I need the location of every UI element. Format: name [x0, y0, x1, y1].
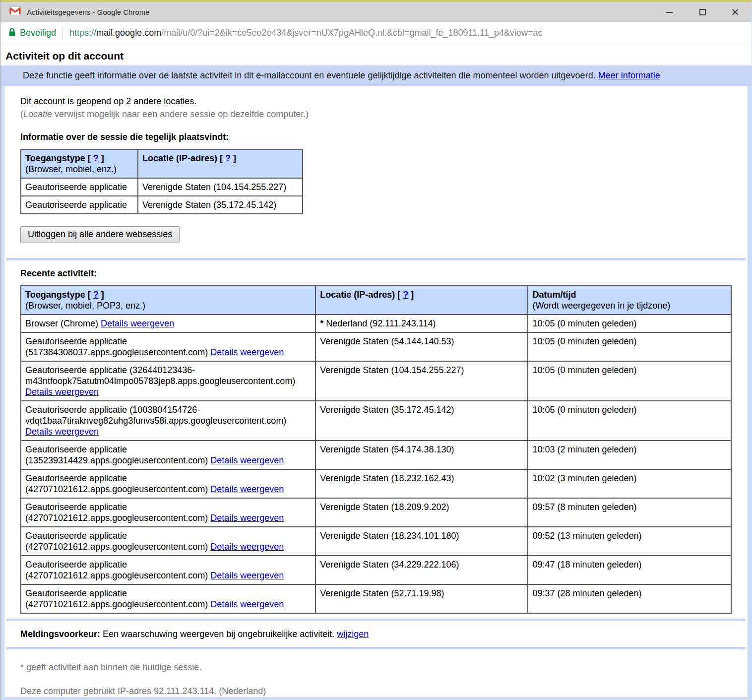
activity-access-type-cell: Geautoriseerde applicatie (135239314429.…	[21, 441, 315, 469]
activity-table-row: Geautoriseerde applicatie (427071021612.…	[21, 498, 731, 527]
section-divider	[6, 647, 746, 649]
close-button[interactable]: ✕	[719, 2, 752, 22]
activity-table-row: Geautoriseerde applicatie (517384308037.…	[21, 332, 731, 361]
col-header-access-type: Toegangstype [ ? ] (Browser, mobiel, enz…	[21, 149, 138, 178]
session-asterisk-note: * geeft activiteit aan binnen de huidige…	[20, 661, 732, 673]
activity-datetime-cell: 10:05 (0 minuten geleden)	[528, 401, 731, 441]
details-link[interactable]: Details weergeven	[210, 599, 284, 609]
change-preference-link[interactable]: wijzigen	[337, 629, 369, 639]
url-host: mail.google.com	[96, 28, 161, 38]
url-scheme: https://	[69, 28, 96, 38]
activity-table-row: Geautoriseerde applicatie (427071021612.…	[21, 584, 731, 613]
session-access-type-cell: Geautoriseerde applicatie	[21, 196, 138, 214]
activity-table-row: Geautoriseerde applicatie (427071021612.…	[21, 469, 731, 498]
activity-access-type-cell: Geautoriseerde applicatie (427071021612.…	[21, 469, 315, 498]
activity-location-cell: Verenigde Staten (54.174.38.130)	[315, 441, 528, 469]
activity-location-cell: Verenigde Staten (18.232.162.43)	[315, 469, 528, 498]
padlock-icon	[8, 27, 16, 39]
details-link[interactable]: Details weergeven	[210, 455, 284, 465]
minimize-button[interactable]	[653, 2, 686, 22]
activity-access-type-cell: Browser (Chrome) Details weergeven	[21, 315, 315, 332]
activity-table-row: Geautoriseerde applicatie (1003804154726…	[21, 401, 731, 441]
address-bar-separator	[63, 27, 63, 39]
activity-datetime-cell: 10:05 (0 minuten geleden)	[528, 332, 731, 361]
content-frame: Dit account is geopend op 2 andere locat…	[0, 86, 752, 700]
activity-access-type-cell: Geautoriseerde applicatie (1003804154726…	[21, 401, 315, 441]
activity-datetime-cell: 09:37 (28 minuten geleden)	[528, 584, 731, 613]
current-session-asterisk: *	[320, 318, 326, 328]
alert-preference: Meldingsvoorkeur: Een waarschuwing weerg…	[20, 628, 732, 640]
activity-access-type-cell: Geautoriseerde applicatie (517384308037.…	[21, 332, 315, 361]
activity-table-row: Geautoriseerde applicatie (427071021612.…	[21, 556, 731, 584]
activity-access-type-cell: Geautoriseerde applicatie (427071021612.…	[21, 584, 315, 613]
details-link[interactable]: Details weergeven	[210, 347, 284, 357]
help-link-access-type[interactable]: ?	[93, 290, 99, 300]
activity-access-type-cell: Geautoriseerde applicatie (427071021612.…	[21, 498, 315, 527]
concurrent-session-heading: Informatie over de sessie die tegelijk p…	[20, 132, 732, 142]
session-table-row: Geautoriseerde applicatie Verenigde Stat…	[21, 178, 303, 196]
activity-datetime-cell: 09:52 (13 minuten geleden)	[528, 527, 731, 556]
maximize-button[interactable]	[686, 2, 719, 22]
table-header-row: Toegangstype [ ? ] (Browser, mobiel, POP…	[21, 286, 731, 315]
help-link-access-type[interactable]: ?	[93, 153, 99, 163]
section-divider	[6, 619, 746, 621]
window-title: Activiteitsgegevens - Google Chrome	[27, 8, 150, 16]
activity-datetime-cell: 09:57 (8 minuten geleden)	[528, 498, 731, 527]
activity-location-cell: Verenigde Staten (18.234.101.180)	[315, 527, 528, 556]
activity-table-row: Geautoriseerde applicatie (427071021612.…	[21, 527, 731, 556]
activity-location-cell: * Nederland (92.111.243.114)	[315, 315, 528, 332]
help-link-location[interactable]: ?	[225, 153, 231, 163]
address-bar: Beveiligd https://mail.google.com/mail/u…	[0, 22, 752, 44]
details-link[interactable]: Details weergeven	[25, 427, 99, 437]
details-link[interactable]: Details weergeven	[210, 513, 284, 523]
activity-location-cell: Verenigde Staten (18.209.9.202)	[315, 498, 528, 527]
details-link[interactable]: Details weergeven	[210, 542, 284, 552]
activity-location-cell: Verenigde Staten (54.144.140.53)	[315, 332, 528, 361]
activity-table-row: Browser (Chrome) Details weergeven * Ned…	[21, 315, 731, 332]
activity-datetime-cell: 10:02 (3 minuten geleden)	[528, 469, 731, 498]
recent-activity-heading: Recente activiteit:	[20, 268, 732, 279]
url-path: /mail/u/0/?ui=2&ik=ce5ee2e434&jsver=nUX7…	[161, 28, 542, 38]
info-bar-text: Deze functie geeft informatie over de la…	[23, 70, 596, 80]
window-titlebar: Activiteitsgegevens - Google Chrome ✕	[0, 0, 752, 22]
info-bar: Deze functie geeft informatie over de la…	[0, 65, 752, 86]
session-access-type-cell: Geautoriseerde applicatie	[21, 178, 138, 196]
activity-location-cell: Verenigde Staten (52.71.19.98)	[315, 584, 528, 613]
activity-location-cell: Verenigde Staten (34.229.222.106)	[315, 556, 528, 584]
url-field[interactable]: https://mail.google.com/mail/u/0/?ui=2&i…	[69, 28, 542, 38]
session-location-cell: Verenigde Staten (35.172.45.142)	[138, 196, 303, 214]
gmail-envelope-icon	[9, 6, 21, 18]
concurrent-session-table: Toegangstype [ ? ] (Browser, mobiel, enz…	[20, 149, 303, 214]
activity-access-type-cell: Geautoriseerde applicatie (427071021612.…	[21, 556, 315, 584]
section-divider	[6, 258, 746, 260]
account-open-summary: Dit account is geopend op 2 andere locat…	[20, 95, 732, 107]
col-header-location: Locatie (IP-adres) [ ? ]	[138, 149, 303, 178]
activity-access-type-cell: Geautoriseerde applicatie (427071021612.…	[21, 527, 315, 556]
content-area: Dit account is geopend op 2 andere locat…	[4, 86, 748, 697]
col-header-datetime: Datum/tijd (Wordt weergegeven in je tijd…	[528, 286, 731, 315]
close-icon: ✕	[731, 7, 740, 17]
location-word: Locatie	[23, 109, 52, 119]
session-location-cell: Verenigde Staten (104.154.255.227)	[138, 178, 303, 196]
activity-access-type-cell: Geautoriseerde applicatie (326440123436-…	[21, 361, 315, 401]
details-link[interactable]: Details weergeven	[25, 387, 99, 397]
details-link[interactable]: Details weergeven	[210, 571, 284, 580]
security-label: Beveiligd	[20, 28, 56, 38]
activity-table-row: Geautoriseerde applicatie (135239314429.…	[21, 441, 731, 469]
activity-datetime-cell: 09:47 (18 minuten geleden)	[528, 556, 731, 584]
maximize-icon	[699, 9, 706, 15]
help-link-location[interactable]: ?	[403, 290, 408, 300]
activity-datetime-cell: 10:03 (2 minuten geleden)	[528, 441, 731, 469]
browser-window: Activiteitsgegevens - Google Chrome ✕ Be…	[0, 0, 752, 700]
table-header-row: Toegangstype [ ? ] (Browser, mobiel, enz…	[21, 149, 303, 178]
details-link[interactable]: Details weergeven	[101, 318, 174, 328]
session-table-row: Geautoriseerde applicatie Verenigde Stat…	[21, 196, 303, 214]
more-info-link[interactable]: Meer informatie	[598, 70, 660, 80]
minimize-icon	[666, 12, 673, 13]
details-link[interactable]: Details weergeven	[210, 484, 284, 494]
activity-table-row: Geautoriseerde applicatie (326440123436-…	[21, 361, 731, 401]
activity-location-cell: Verenigde Staten (104.154.255.227)	[315, 361, 528, 401]
col-header-location: Locatie (IP-adres) [ ? ]	[315, 286, 528, 315]
signout-other-sessions-button[interactable]: Uitloggen bij alle andere websessies	[20, 226, 180, 243]
col-header-access-type: Toegangstype [ ? ] (Browser, mobiel, POP…	[21, 286, 315, 315]
